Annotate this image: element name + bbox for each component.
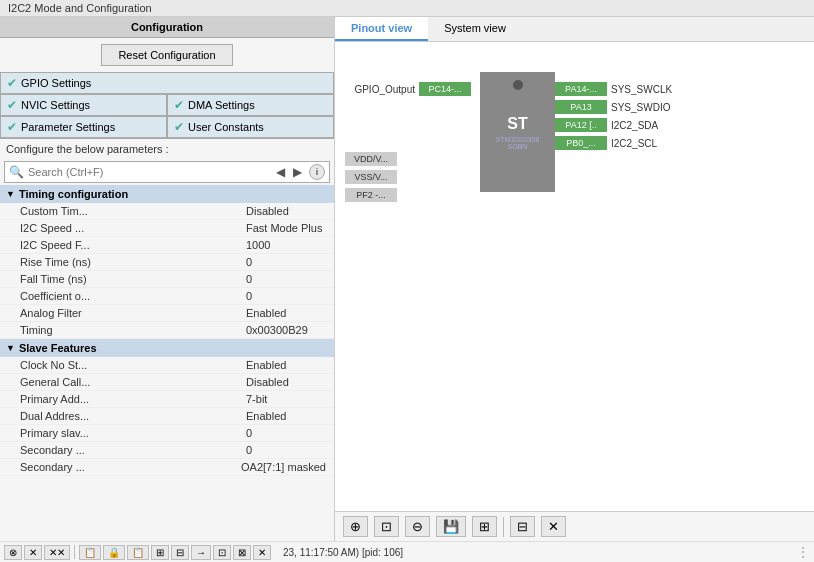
dma-settings-label: DMA Settings bbox=[188, 99, 255, 111]
zoom-in-button[interactable]: ⊕ bbox=[343, 516, 368, 537]
param-value-general-call: Disabled bbox=[246, 376, 326, 388]
tab-pinout-label: Pinout view bbox=[351, 22, 412, 34]
console-expand-button[interactable]: ⊞ bbox=[151, 545, 169, 560]
check-icon-param: ✔ bbox=[7, 120, 17, 134]
param-name-clock-no-st: Clock No St... bbox=[20, 359, 246, 371]
tab-system-label: System view bbox=[444, 22, 506, 34]
param-row: I2C Speed F... 1000 bbox=[0, 237, 334, 254]
console-window-button[interactable]: ⊡ bbox=[213, 545, 231, 560]
check-icon-gpio: ✔ bbox=[7, 76, 17, 90]
param-value-i2c-speed-f: 1000 bbox=[246, 239, 326, 251]
pin-box-vss[interactable]: VSS/V... bbox=[345, 170, 397, 184]
param-row: Primary slav... 0 bbox=[0, 425, 334, 442]
console-x-button[interactable]: ✕ bbox=[253, 545, 271, 560]
param-value-i2c-speed: Fast Mode Plus bbox=[246, 222, 326, 234]
param-row: Clock No St... Enabled bbox=[0, 357, 334, 374]
zoom-out-button[interactable]: ⊖ bbox=[405, 516, 430, 537]
search-prev-button[interactable]: ◀ bbox=[273, 164, 288, 180]
param-row: I2C Speed ... Fast Mode Plus bbox=[0, 220, 334, 237]
scroll-dots-icon: ⋮ bbox=[796, 544, 810, 560]
bottom-left-pin-group: VDD/V... VSS/V... PF2 -... bbox=[345, 152, 397, 202]
layers-button[interactable]: ⊞ bbox=[472, 516, 497, 537]
search-next-button[interactable]: ▶ bbox=[290, 164, 305, 180]
toolbar-separator bbox=[503, 517, 504, 537]
param-name-i2c-speed: I2C Speed ... bbox=[20, 222, 246, 234]
check-icon-dma: ✔ bbox=[174, 98, 184, 112]
param-name-timing: Timing bbox=[20, 324, 246, 336]
search-input[interactable] bbox=[28, 166, 269, 178]
param-name-i2c-speed-f: I2C Speed F... bbox=[20, 239, 246, 251]
save-button[interactable]: 💾 bbox=[436, 516, 466, 537]
param-row: Coefficient o... 0 bbox=[0, 288, 334, 305]
search-icon: 🔍 bbox=[9, 165, 24, 179]
timing-section-header[interactable]: ▼ Timing configuration bbox=[0, 185, 334, 203]
gpio-settings-label: GPIO Settings bbox=[21, 77, 91, 89]
param-row: General Call... Disabled bbox=[0, 374, 334, 391]
pin-box-vdd[interactable]: VDD/V... bbox=[345, 152, 397, 166]
reset-config-button[interactable]: Reset Configuration bbox=[101, 44, 232, 66]
close-view-button[interactable]: ✕ bbox=[541, 516, 566, 537]
pin-label-i2c2-sda: I2C2_SDA bbox=[611, 120, 658, 131]
tab-pinout-view[interactable]: Pinout view bbox=[335, 17, 428, 41]
console-close2-button[interactable]: ⊠ bbox=[233, 545, 251, 560]
tab-system-view[interactable]: System view bbox=[428, 17, 522, 41]
pin-box-pb0[interactable]: PB0_... bbox=[555, 136, 607, 150]
console-paste-button[interactable]: 📋 bbox=[127, 545, 149, 560]
param-value-primary-add: 7-bit bbox=[246, 393, 326, 405]
grid-button[interactable]: ⊟ bbox=[510, 516, 535, 537]
param-row: Secondary ... 0 bbox=[0, 442, 334, 459]
param-row: Rise Time (ns) 0 bbox=[0, 254, 334, 271]
param-value-secondary-1: 0 bbox=[246, 444, 326, 456]
left-pin-group: GPIO_Output PC14-... bbox=[345, 82, 471, 96]
console-stop-button[interactable]: ⊗ bbox=[4, 545, 22, 560]
console-clear-all-button[interactable]: ✕✕ bbox=[44, 545, 70, 560]
param-value-secondary-2: OA2[7:1] masked bbox=[241, 461, 326, 473]
user-constants-item[interactable]: ✔ User Constants bbox=[167, 116, 334, 138]
chip-logo: ST bbox=[507, 114, 527, 133]
params-list: ▼ Timing configuration Custom Tim... Dis… bbox=[0, 185, 334, 541]
config-header: Configuration bbox=[0, 17, 334, 38]
param-name-general-call: General Call... bbox=[20, 376, 246, 388]
pin-box-pa13[interactable]: PA13 bbox=[555, 100, 607, 114]
console-log-text: 23, 11:17:50 AM) [pid: 106] bbox=[283, 547, 403, 558]
param-value-analog-filter: Enabled bbox=[246, 307, 326, 319]
slave-section-header[interactable]: ▼ Slave Features bbox=[0, 339, 334, 357]
pin-row-vss: VSS/V... bbox=[345, 170, 397, 184]
fit-button[interactable]: ⊡ bbox=[374, 516, 399, 537]
console-copy-button[interactable]: 📋 bbox=[79, 545, 101, 560]
pin-box-pa12[interactable]: PA12 [.. bbox=[555, 118, 607, 132]
nvic-settings-item[interactable]: ✔ NVIC Settings bbox=[0, 94, 167, 116]
param-row: Fall Time (ns) 0 bbox=[0, 271, 334, 288]
param-row: Dual Addres... Enabled bbox=[0, 408, 334, 425]
check-icon-user: ✔ bbox=[174, 120, 184, 134]
param-name-rise-time: Rise Time (ns) bbox=[20, 256, 246, 268]
console-collapse-button[interactable]: ⊟ bbox=[171, 545, 189, 560]
info-button[interactable]: i bbox=[309, 164, 325, 180]
param-value-primary-slav: 0 bbox=[246, 427, 326, 439]
pin-box-pc14[interactable]: PC14-... bbox=[419, 82, 471, 96]
top-bar-title: I2C2 Mode and Configuration bbox=[8, 2, 152, 14]
chip-notch bbox=[513, 80, 523, 90]
dma-settings-item[interactable]: ✔ DMA Settings bbox=[167, 94, 334, 116]
param-settings-label: Parameter Settings bbox=[21, 121, 115, 133]
param-row: Primary Add... 7-bit bbox=[0, 391, 334, 408]
pin-label-i2c2-scl: I2C2_SCL bbox=[611, 138, 657, 149]
param-value-clock-no-st: Enabled bbox=[246, 359, 326, 371]
param-name-fall-time: Fall Time (ns) bbox=[20, 273, 246, 285]
param-name-dual-addres: Dual Addres... bbox=[20, 410, 246, 422]
console-clear-button[interactable]: ✕ bbox=[24, 545, 42, 560]
gpio-output-label: GPIO_Output bbox=[345, 84, 415, 95]
nvic-settings-label: NVIC Settings bbox=[21, 99, 90, 111]
console-lock-button[interactable]: 🔒 bbox=[103, 545, 125, 560]
gpio-settings-item[interactable]: ✔ GPIO Settings bbox=[0, 72, 334, 94]
search-bar-container: 🔍 ◀ ▶ i bbox=[4, 161, 330, 183]
pin-row-pf2: PF2 -... bbox=[345, 188, 397, 202]
param-settings-item[interactable]: ✔ Parameter Settings bbox=[0, 116, 167, 138]
pin-box-pa14[interactable]: PA14-... bbox=[555, 82, 607, 96]
pin-row-vdd: VDD/V... bbox=[345, 152, 397, 166]
pin-box-pf2[interactable]: PF2 -... bbox=[345, 188, 397, 202]
console-separator bbox=[74, 545, 75, 559]
param-value-rise-time: 0 bbox=[246, 256, 326, 268]
settings-grid: ✔ GPIO Settings ✔ NVIC Settings ✔ DMA Se… bbox=[0, 72, 334, 139]
console-forward-button[interactable]: → bbox=[191, 545, 211, 560]
